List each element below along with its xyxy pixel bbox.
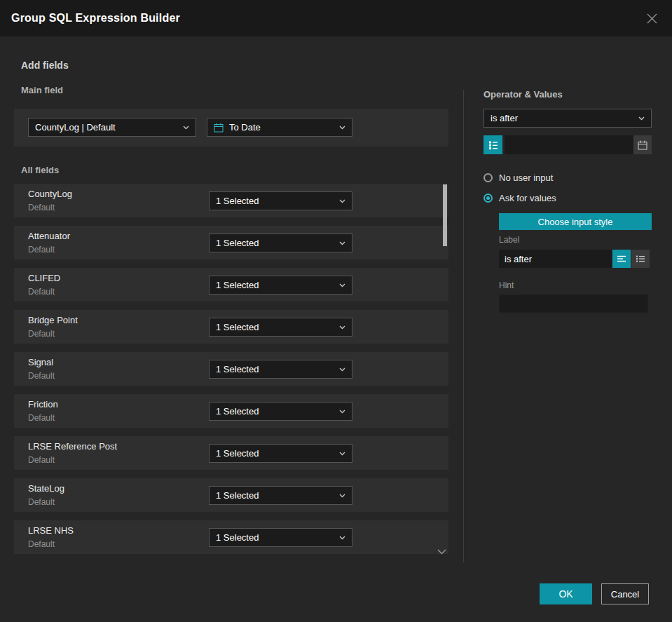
field-selected-value: 1 Selected xyxy=(216,364,335,374)
dialog-title: Group SQL Expression Builder xyxy=(11,12,180,25)
all-fields-label: All fields xyxy=(21,165,59,175)
radio-no-user-input-label: No user input xyxy=(499,173,553,183)
all-fields-list: CountyLog Default 1 Selected Attenuator … xyxy=(14,184,448,562)
field-selected-value: 1 Selected xyxy=(216,196,335,206)
radio-ask-for-values[interactable]: Ask for values xyxy=(484,193,556,203)
field-selected-dropdown[interactable]: 1 Selected xyxy=(209,276,352,295)
field-selected-dropdown[interactable]: 1 Selected xyxy=(209,402,352,421)
scroll-down-chevron-icon[interactable] xyxy=(437,549,446,555)
chevron-down-icon xyxy=(339,126,345,130)
multi-line-input-button[interactable] xyxy=(631,250,650,268)
field-selected-value: 1 Selected xyxy=(216,490,335,501)
field-selected-dropdown[interactable]: 1 Selected xyxy=(209,360,352,379)
add-fields-heading: Add fields xyxy=(21,60,69,71)
field-selected-dropdown[interactable]: 1 Selected xyxy=(209,486,352,505)
field-row: LRSE NHS Default 1 Selected xyxy=(14,520,448,554)
field-selected-value: 1 Selected xyxy=(216,238,335,248)
list-values-icon xyxy=(488,140,498,150)
unique-values-button[interactable] xyxy=(484,135,502,154)
operator-select-value: is after xyxy=(491,113,634,123)
chevron-down-icon xyxy=(339,283,345,288)
chevron-down-icon xyxy=(183,126,189,130)
field-row: Attenuator Default 1 Selected xyxy=(14,226,448,259)
radio-circle-icon xyxy=(484,173,493,182)
field-row: CountyLog Default 1 Selected xyxy=(14,184,448,217)
cancel-button[interactable]: Cancel xyxy=(601,583,649,604)
field-selected-dropdown[interactable]: 1 Selected xyxy=(209,191,352,210)
radio-circle-icon xyxy=(484,194,493,203)
field-selected-dropdown[interactable]: 1 Selected xyxy=(209,528,352,547)
chevron-down-icon xyxy=(339,199,345,203)
choose-input-style-button[interactable]: Choose input style xyxy=(499,213,652,230)
main-field-select-value: CountyLog | Default xyxy=(35,122,179,133)
field-row: Bridge Point Default 1 Selected xyxy=(14,310,448,344)
radio-no-user-input[interactable]: No user input xyxy=(484,173,553,183)
calendar-icon xyxy=(214,123,224,133)
chevron-down-icon xyxy=(339,367,345,372)
field-selected-dropdown[interactable]: 1 Selected xyxy=(209,444,352,463)
align-left-icon xyxy=(617,254,626,264)
value-input[interactable] xyxy=(505,135,633,154)
main-field-label: Main field xyxy=(21,85,63,95)
vertical-divider xyxy=(463,90,464,562)
field-selected-dropdown[interactable]: 1 Selected xyxy=(209,318,352,337)
chevron-down-icon xyxy=(339,325,345,330)
field-row: StateLog Default 1 Selected xyxy=(14,478,448,512)
single-line-input-button[interactable] xyxy=(612,250,631,268)
main-date-select[interactable]: To Date xyxy=(207,118,352,137)
hint-caption: Hint xyxy=(499,280,514,290)
chevron-down-icon xyxy=(339,452,345,456)
field-selected-value: 1 Selected xyxy=(216,532,335,543)
field-selected-value: 1 Selected xyxy=(216,322,335,332)
chevron-down-icon xyxy=(339,410,345,414)
ok-button[interactable]: OK xyxy=(540,583,592,604)
list-bullets-icon xyxy=(636,254,645,264)
field-selected-value: 1 Selected xyxy=(216,280,335,290)
radio-ask-for-values-label: Ask for values xyxy=(499,193,556,203)
scrollbar[interactable] xyxy=(443,184,447,549)
label-caption: Label xyxy=(499,235,519,245)
field-selected-dropdown[interactable]: 1 Selected xyxy=(209,234,352,252)
field-selected-value: 1 Selected xyxy=(216,448,335,459)
field-selected-value: 1 Selected xyxy=(216,406,335,417)
calendar-button[interactable] xyxy=(633,135,652,154)
operator-values-heading: Operator & Values xyxy=(484,89,563,100)
chevron-down-icon xyxy=(339,494,345,498)
calendar-icon xyxy=(638,140,647,150)
field-row: LRSE Reference Post Default 1 Selected xyxy=(14,436,448,470)
close-button[interactable] xyxy=(643,10,661,27)
dialog-header: Group SQL Expression Builder xyxy=(0,0,672,36)
main-date-select-value: To Date xyxy=(229,122,335,133)
chevron-down-icon xyxy=(339,241,345,245)
main-field-panel: CountyLog | Default To Date xyxy=(14,109,448,147)
hint-input[interactable] xyxy=(499,295,648,313)
scrollbar-thumb[interactable] xyxy=(443,184,447,246)
operator-select[interactable]: is after xyxy=(484,109,652,128)
chevron-down-icon xyxy=(638,116,645,121)
field-row: Friction Default 1 Selected xyxy=(14,394,448,428)
field-row: CLIFED Default 1 Selected xyxy=(14,268,448,302)
group-sql-expression-builder-dialog: Group SQL Expression Builder Add fields … xyxy=(0,0,672,622)
label-input[interactable] xyxy=(499,250,612,268)
close-icon xyxy=(646,16,658,27)
chevron-down-icon xyxy=(339,536,345,540)
main-field-select[interactable]: CountyLog | Default xyxy=(28,118,196,137)
field-row: Signal Default 1 Selected xyxy=(14,352,448,386)
